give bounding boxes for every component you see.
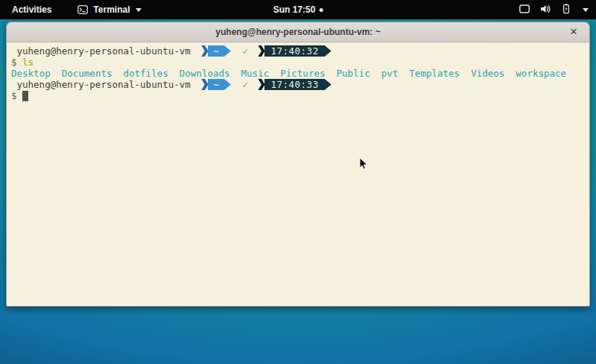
terminal-content[interactable]: yuheng@henry-personal-ubuntu-vm ~ ✓ 17:4… — [7, 42, 589, 307]
directory-entry: Music — [241, 68, 270, 79]
directory-entry: Videos — [471, 68, 504, 79]
powerline-arrow-icon — [325, 79, 332, 90]
prompt-line: yuheng@henry-personal-ubuntu-vm ~ ✓ 17:4… — [11, 79, 583, 90]
directory-entry: dotfiles — [124, 68, 168, 79]
prompt-line: yuheng@henry-personal-ubuntu-vm ~ ✓ 17:4… — [11, 45, 583, 57]
notification-dot-icon — [319, 8, 323, 12]
powerline-separator-icon — [201, 79, 208, 90]
prompt-cwd: ~ — [208, 79, 224, 90]
activities-button[interactable]: Activities — [7, 3, 56, 16]
powerline-separator-icon — [201, 45, 208, 57]
close-button[interactable]: ✕ — [567, 25, 580, 39]
mouse-cursor-icon — [359, 157, 368, 170]
powerline-arrow-icon — [224, 45, 231, 57]
app-menu-label: Terminal — [93, 4, 130, 15]
directory-entry: Public — [337, 68, 370, 79]
command-text: ls — [22, 57, 34, 68]
window-title: yuheng@henry-personal-ubuntu-vm: ~ — [215, 27, 380, 37]
directory-entry: Pictures — [280, 68, 325, 79]
status-check-icon: ✓ — [242, 79, 248, 90]
window-titlebar[interactable]: yuheng@henry-personal-ubuntu-vm: ~ ✕ — [7, 22, 589, 42]
status-check-icon: ✓ — [242, 45, 248, 57]
chevron-down-icon — [583, 8, 589, 12]
clock-button[interactable]: Sun 17:50 — [273, 4, 323, 15]
system-status-area[interactable] — [519, 0, 589, 19]
prompt-user: yuheng@henry-personal-ubuntu-vm — [11, 79, 191, 90]
ls-output-line: DesktopDocumentsdotfilesDownloadsMusicPi… — [11, 68, 583, 79]
app-menu-terminal[interactable]: Terminal — [77, 4, 142, 16]
powerline-separator-icon — [258, 45, 264, 57]
display-icon — [519, 3, 530, 17]
directory-entry: workspace — [516, 68, 566, 79]
powerline-arrow-icon — [325, 45, 332, 57]
command-line-active[interactable]: $ — [11, 90, 583, 101]
terminal-app-icon — [77, 4, 89, 16]
directory-entry: Desktop — [11, 68, 51, 79]
prompt-char: $ — [11, 90, 17, 101]
directory-entry: Documents — [62, 68, 112, 79]
terminal-window: yuheng@henry-personal-ubuntu-vm: ~ ✕ yuh… — [6, 22, 590, 307]
directory-entry: Templates — [409, 68, 460, 79]
volume-icon — [539, 3, 551, 17]
powerline-arrow-icon — [224, 79, 231, 90]
prompt-cwd: ~ — [208, 45, 224, 57]
top-bar: Activities Terminal Sun 17:50 — [0, 0, 596, 19]
chevron-down-icon — [136, 8, 142, 12]
directory-entry: Downloads — [180, 68, 230, 79]
command-line: $ls — [11, 57, 583, 68]
prompt-time: 17:40:33 — [264, 79, 324, 90]
prompt-user: yuheng@henry-personal-ubuntu-vm — [11, 45, 191, 57]
desktop: Activities Terminal Sun 17:50 — [0, 0, 596, 364]
prompt-time: 17:40:32 — [264, 45, 324, 57]
clock-label: Sun 17:50 — [273, 4, 316, 15]
battery-charging-icon — [560, 3, 572, 17]
terminal-cursor — [22, 91, 28, 101]
directory-entry: pvt — [381, 68, 399, 79]
powerline-separator-icon — [258, 79, 264, 90]
prompt-char: $ — [11, 57, 17, 68]
